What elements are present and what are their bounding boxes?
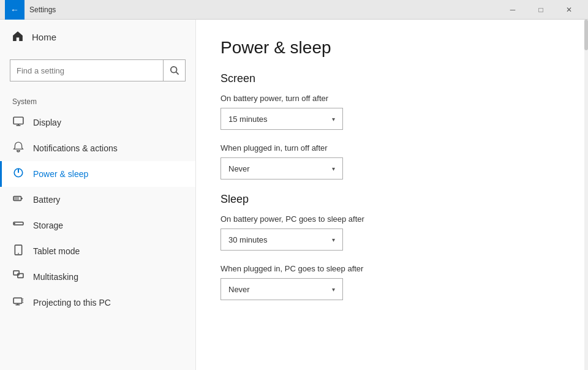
battery-label: Battery xyxy=(33,195,60,205)
scrollbar-track[interactable] xyxy=(584,20,588,370)
notifications-icon xyxy=(12,142,24,155)
sidebar-item-home[interactable]: Home xyxy=(0,20,195,55)
tablet-icon xyxy=(12,244,24,258)
sidebar: Home System xyxy=(0,20,196,370)
back-button[interactable]: ← xyxy=(5,0,24,20)
search-box xyxy=(10,59,186,81)
chevron-down-icon-2: ▾ xyxy=(332,165,335,172)
svg-rect-14 xyxy=(13,298,22,303)
sidebar-item-battery[interactable]: Battery xyxy=(0,187,195,213)
storage-label: Storage xyxy=(33,221,63,230)
minimize-button[interactable]: ─ xyxy=(499,0,527,20)
projecting-label: Projecting to this PC xyxy=(33,298,111,308)
search-container xyxy=(0,55,195,91)
svg-rect-6 xyxy=(21,198,23,199)
svg-rect-7 xyxy=(14,197,19,200)
multitasking-label: Multitasking xyxy=(33,272,78,282)
search-button[interactable] xyxy=(163,59,185,81)
svg-line-19 xyxy=(23,302,23,303)
sidebar-item-projecting[interactable]: Projecting to this PC xyxy=(0,290,195,315)
battery-screen-value: 15 minutes xyxy=(228,115,268,124)
sidebar-item-tablet[interactable]: Tablet mode xyxy=(0,238,195,264)
plugged-screen-value: Never xyxy=(228,164,250,173)
svg-point-11 xyxy=(18,253,19,254)
svg-rect-12 xyxy=(13,271,19,275)
plugged-screen-dropdown[interactable]: Never ▾ xyxy=(221,157,343,179)
sidebar-item-notifications[interactable]: Notifications & actions xyxy=(0,135,195,161)
search-icon xyxy=(170,66,179,75)
tablet-label: Tablet mode xyxy=(33,246,80,256)
plugged-screen-container: When plugged in, turn off after Never ▾ xyxy=(221,143,560,179)
sidebar-section-label: System xyxy=(0,91,195,110)
battery-screen-container: On battery power, turn off after 15 minu… xyxy=(221,94,560,130)
display-icon xyxy=(12,116,24,129)
chevron-down-icon-3: ▾ xyxy=(332,236,335,243)
battery-sleep-label: On battery power, PC goes to sleep after xyxy=(221,214,560,224)
sidebar-item-storage[interactable]: Storage xyxy=(0,213,195,238)
sidebar-item-multitasking[interactable]: Multitasking xyxy=(0,264,195,290)
titlebar: ← Settings ─ □ ✕ xyxy=(0,0,588,20)
power-icon xyxy=(12,167,24,181)
battery-screen-dropdown[interactable]: 15 minutes ▾ xyxy=(221,108,343,130)
plugged-sleep-container: When plugged in, PC goes to sleep after … xyxy=(221,264,560,300)
sidebar-item-display[interactable]: Display xyxy=(0,110,195,135)
sidebar-item-power[interactable]: Power & sleep xyxy=(0,161,195,187)
maximize-button[interactable]: □ xyxy=(527,0,555,20)
scrollbar-thumb[interactable] xyxy=(584,20,588,50)
plugged-sleep-label: When plugged in, PC goes to sleep after xyxy=(221,264,560,273)
display-label: Display xyxy=(33,118,61,127)
battery-sleep-value: 30 minutes xyxy=(228,235,268,244)
power-label: Power & sleep xyxy=(33,169,88,179)
chevron-down-icon: ▾ xyxy=(332,116,335,123)
battery-screen-label: On battery power, turn off after xyxy=(221,94,560,103)
window-controls: ─ □ ✕ xyxy=(499,0,583,20)
storage-icon xyxy=(12,219,24,232)
page-title: Power & sleep xyxy=(221,38,560,58)
home-icon xyxy=(12,31,23,43)
close-button[interactable]: ✕ xyxy=(555,0,583,20)
app-container: Home System xyxy=(0,20,588,370)
plugged-screen-label: When plugged in, turn off after xyxy=(221,143,560,153)
plugged-sleep-dropdown[interactable]: Never ▾ xyxy=(221,278,343,300)
notifications-label: Notifications & actions xyxy=(33,143,118,153)
battery-sleep-container: On battery power, PC goes to sleep after… xyxy=(221,214,560,251)
svg-line-17 xyxy=(23,299,23,300)
sleep-section-heading: Sleep xyxy=(221,193,560,206)
plugged-sleep-value: Never xyxy=(228,285,250,294)
app-title: Settings xyxy=(29,6,499,14)
content-area: Power & sleep Screen On battery power, t… xyxy=(196,20,584,370)
screen-section-heading: Screen xyxy=(221,72,560,85)
battery-icon xyxy=(12,193,24,206)
chevron-down-icon-4: ▾ xyxy=(332,286,335,293)
svg-rect-13 xyxy=(18,274,23,278)
svg-rect-0 xyxy=(13,117,23,124)
search-input[interactable] xyxy=(10,66,163,75)
projecting-icon xyxy=(12,296,24,309)
multitasking-icon xyxy=(12,270,24,284)
battery-sleep-dropdown[interactable]: 30 minutes ▾ xyxy=(221,228,343,251)
home-label: Home xyxy=(32,32,56,42)
